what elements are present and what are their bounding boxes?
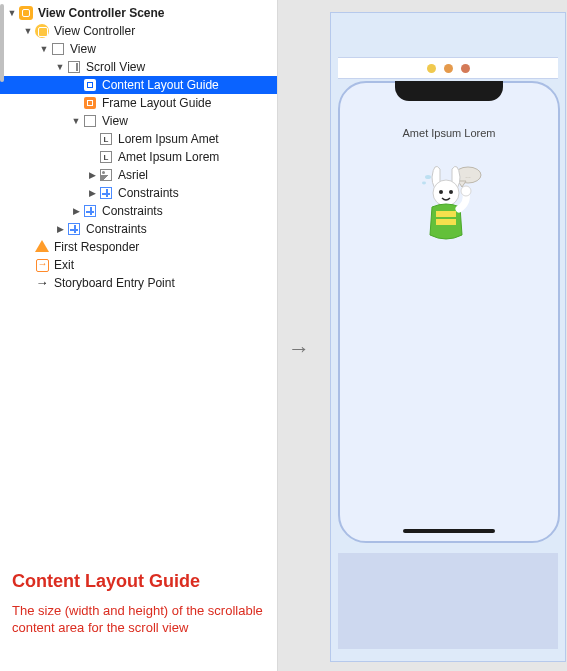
scene-container[interactable]: Amet Ipsum Lorem … [330, 12, 566, 662]
row-label: Frame Layout Guide [102, 96, 211, 110]
scroll-view-icon [66, 59, 82, 75]
view-controller-row[interactable]: ▼ View Controller [0, 22, 277, 40]
content-layout-guide-row[interactable]: Content Layout Guide [0, 76, 277, 94]
label-icon: L [98, 149, 114, 165]
row-label: Exit [54, 258, 74, 272]
inner-view-row[interactable]: ▼ View [0, 112, 277, 130]
label-row-2[interactable]: L Amet Ipsum Lorem [0, 148, 277, 166]
svg-rect-5 [436, 211, 456, 217]
interface-builder-canvas[interactable]: → Amet Ipsum Lorem … [278, 0, 567, 671]
row-label: Amet Ipsum Lorem [118, 150, 219, 164]
svg-point-3 [439, 190, 443, 194]
storyboard-entry-arrow-icon: → [288, 336, 310, 362]
row-label: Constraints [118, 186, 179, 200]
svg-point-7 [461, 186, 471, 196]
entry-arrow-icon: → [34, 274, 50, 290]
disclosure-icon[interactable]: ▶ [54, 224, 66, 234]
constraints-icon [98, 185, 114, 201]
document-outline-panel: ▼ View Controller Scene ▼ View Controlle… [0, 0, 278, 671]
svg-point-2 [433, 180, 459, 206]
exit-dock-icon[interactable] [461, 64, 470, 73]
constraints-root-row[interactable]: ▶ Constraints [0, 220, 277, 238]
row-label: View Controller [54, 24, 135, 38]
first-responder-row[interactable]: First Responder [0, 238, 277, 256]
disclosure-icon[interactable]: ▼ [70, 116, 82, 126]
row-label: Storyboard Entry Point [54, 276, 175, 290]
constraints-icon [66, 221, 82, 237]
imageview-row[interactable]: ▶ Asriel [0, 166, 277, 184]
row-label: Asriel [118, 168, 148, 182]
outline-scrollbar[interactable] [0, 0, 4, 671]
image-view-icon [98, 167, 114, 183]
layout-guide-icon [82, 95, 98, 111]
row-label: Constraints [86, 222, 147, 236]
row-label: First Responder [54, 240, 139, 254]
svg-rect-6 [436, 219, 456, 225]
svg-point-4 [449, 190, 453, 194]
frame-layout-guide-row[interactable]: Frame Layout Guide [0, 94, 277, 112]
scene-title-bar[interactable] [338, 57, 558, 79]
constraints-icon [82, 203, 98, 219]
disclosure-icon[interactable]: ▶ [86, 188, 98, 198]
constraints-inner-row[interactable]: ▶ Constraints [0, 184, 277, 202]
disclosure-icon[interactable]: ▼ [38, 44, 50, 54]
view-icon [50, 41, 66, 57]
home-indicator [403, 529, 495, 533]
outline-tree: ▼ View Controller Scene ▼ View Controlle… [0, 0, 277, 292]
exit-icon [34, 257, 50, 273]
row-label: Constraints [102, 204, 163, 218]
scene-overflow-area [338, 553, 558, 649]
scroll-view-row[interactable]: ▼ Scroll View [0, 58, 277, 76]
svg-text:…: … [465, 173, 471, 179]
row-label: Content Layout Guide [102, 78, 219, 92]
disclosure-icon[interactable]: ▼ [54, 62, 66, 72]
entry-point-row[interactable]: → Storyboard Entry Point [0, 274, 277, 292]
annotation-title: Content Layout Guide [12, 571, 265, 592]
label-icon: L [98, 131, 114, 147]
disclosure-icon[interactable]: ▶ [70, 206, 82, 216]
constraints-scroll-row[interactable]: ▶ Constraints [0, 202, 277, 220]
row-label: View [102, 114, 128, 128]
scene-label: View Controller Scene [38, 6, 165, 20]
first-responder-icon [34, 239, 50, 255]
device-notch [395, 81, 503, 101]
view-controller-icon [34, 23, 50, 39]
exit-row[interactable]: Exit [0, 256, 277, 274]
svg-point-8 [425, 175, 431, 179]
disclosure-icon[interactable]: ▶ [86, 170, 98, 180]
layout-guide-icon [82, 77, 98, 93]
scene-icon [18, 5, 34, 21]
disclosure-icon[interactable]: ▼ [22, 26, 34, 36]
row-label: View [70, 42, 96, 56]
annotation-description: The size (width and height) of the scrol… [12, 602, 265, 637]
scene-row[interactable]: ▼ View Controller Scene [0, 4, 277, 22]
annotation-callout: Content Layout Guide The size (width and… [12, 571, 265, 637]
row-label: Scroll View [86, 60, 145, 74]
view-row[interactable]: ▼ View [0, 40, 277, 58]
label-row-1[interactable]: L Lorem Ipsum Amet [0, 130, 277, 148]
vc-dock-icon[interactable] [427, 64, 436, 73]
disclosure-icon[interactable]: ▼ [6, 8, 18, 18]
first-responder-dock-icon[interactable] [444, 64, 453, 73]
device-frame[interactable]: Amet Ipsum Lorem … [338, 81, 560, 543]
asriel-image-icon: … [412, 163, 486, 249]
preview-label[interactable]: Amet Ipsum Lorem [340, 127, 558, 139]
row-label: Lorem Ipsum Amet [118, 132, 219, 146]
view-icon [82, 113, 98, 129]
svg-point-9 [422, 182, 426, 185]
preview-image-view[interactable]: … [412, 163, 486, 249]
